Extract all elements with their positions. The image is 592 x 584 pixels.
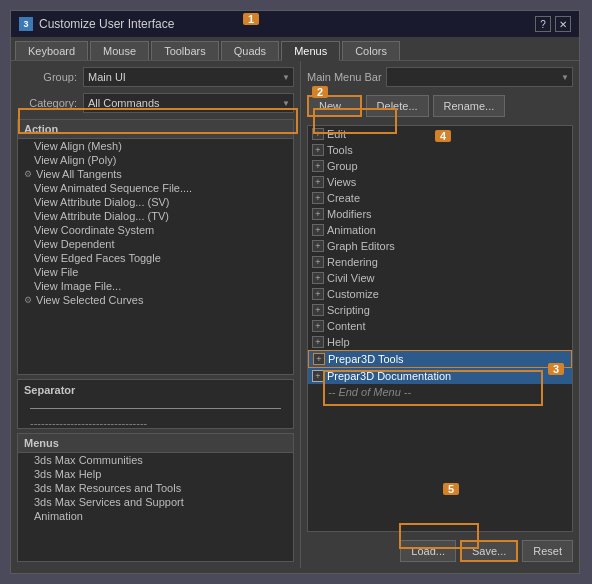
expand-icon[interactable]: + — [312, 240, 324, 252]
main-dialog: 3 Customize User Interface ? ✕ Keyboard … — [10, 10, 580, 574]
expand-icon[interactable]: + — [312, 128, 324, 140]
group-dropdown[interactable]: Main UI — [83, 67, 294, 87]
label-2: 2 — [312, 86, 328, 98]
tree-item-customize[interactable]: + Customize — [308, 286, 572, 302]
tab-colors[interactable]: Colors — [342, 41, 400, 60]
list-item[interactable]: 3ds Max Resources and Tools — [18, 481, 293, 495]
tree-item-graph-editors[interactable]: + Graph Editors — [308, 238, 572, 254]
tree-item-label: Content — [327, 320, 366, 332]
list-item[interactable]: 3ds Max Help — [18, 467, 293, 481]
expand-icon[interactable]: + — [312, 256, 324, 268]
action-header: Action — [18, 120, 293, 139]
tree-item-views[interactable]: + Views — [308, 174, 572, 190]
save-button[interactable]: Save... — [460, 540, 518, 562]
tree-item-prepar3d-tools[interactable]: + Prepar3D Tools — [308, 350, 572, 368]
load-button[interactable]: Load... — [400, 540, 456, 562]
left-panel: Group: Main UI Category: All Commands — [11, 61, 301, 568]
tree-item-content[interactable]: + Content — [308, 318, 572, 334]
tab-keyboard[interactable]: Keyboard — [15, 41, 88, 60]
tree-item-modifiers[interactable]: + Modifiers — [308, 206, 572, 222]
rename-button[interactable]: Rename... — [433, 95, 506, 117]
tree-item-label: Prepar3D Documentation — [327, 370, 451, 382]
list-item[interactable]: Animation — [18, 509, 293, 523]
separator-header: Separator — [24, 384, 287, 400]
expand-icon[interactable]: + — [312, 144, 324, 156]
item-icon: ⚙ — [24, 169, 32, 179]
menu-bar-dropdown-wrapper — [386, 67, 573, 87]
category-dropdown[interactable]: All Commands — [83, 93, 294, 113]
expand-icon[interactable]: + — [313, 353, 325, 365]
help-button[interactable]: ? — [535, 16, 551, 32]
list-item-label: View Selected Curves — [36, 294, 143, 306]
close-button[interactable]: ✕ — [555, 16, 571, 32]
list-item[interactable]: View Image File... — [18, 279, 293, 293]
list-item[interactable]: 3ds Max Services and Support — [18, 495, 293, 509]
list-item[interactable]: View Attribute Dialog... (SV) — [18, 195, 293, 209]
group-dropdown-wrapper: Main UI — [83, 67, 294, 87]
category-row: Category: All Commands — [17, 93, 294, 113]
item-icon: ⚙ — [24, 295, 32, 305]
expand-icon[interactable]: + — [312, 208, 324, 220]
menu-bar-label: Main Menu Bar — [307, 71, 382, 83]
list-item[interactable]: View Coordinate System — [18, 223, 293, 237]
expand-icon[interactable]: + — [312, 320, 324, 332]
tree-item-group[interactable]: + Group — [308, 158, 572, 174]
expand-icon[interactable]: + — [312, 224, 324, 236]
tree-item-label: Create — [327, 192, 360, 204]
tree-item-label: Help — [327, 336, 350, 348]
tab-mouse[interactable]: Mouse — [90, 41, 149, 60]
list-item[interactable]: View Animated Sequence File.... — [18, 181, 293, 195]
tree-item-label: Rendering — [327, 256, 378, 268]
list-item[interactable]: View Align (Mesh) — [18, 139, 293, 153]
tree-item-animation[interactable]: + Animation — [308, 222, 572, 238]
list-item[interactable]: View Dependent — [18, 237, 293, 251]
tree-item-help[interactable]: + Help — [308, 334, 572, 350]
expand-icon[interactable]: + — [312, 370, 324, 382]
expand-icon[interactable]: + — [312, 304, 324, 316]
label-5: 5 — [443, 483, 459, 495]
reset-button[interactable]: Reset — [522, 540, 573, 562]
expand-icon[interactable]: + — [312, 272, 324, 284]
delete-button[interactable]: Delete... — [366, 95, 429, 117]
tree-item-label: Prepar3D Tools — [328, 353, 404, 365]
tree-item-label: Group — [327, 160, 358, 172]
main-content: Group: Main UI Category: All Commands — [11, 61, 579, 568]
tree-item-label: Civil View — [327, 272, 374, 284]
tree-item-create[interactable]: + Create — [308, 190, 572, 206]
expand-icon[interactable]: + — [312, 192, 324, 204]
tree-item-label: Modifiers — [327, 208, 372, 220]
category-label: Category: — [17, 97, 77, 109]
tab-bar: Keyboard Mouse Toolbars Quads Menus Colo… — [11, 37, 579, 61]
menu-bar-dropdown[interactable] — [386, 67, 573, 87]
list-item[interactable]: ⚙ View Selected Curves — [18, 293, 293, 307]
separator-section: Separator ------------------------------… — [17, 379, 294, 429]
action-buttons-row: New... Delete... Rename... — [307, 95, 573, 117]
right-top-bar: Main Menu Bar — [307, 67, 573, 87]
bottom-buttons-row: Load... Save... Reset — [307, 540, 573, 562]
tree-item-rendering[interactable]: + Rendering — [308, 254, 572, 270]
expand-icon[interactable]: + — [312, 176, 324, 188]
tree-item-tools[interactable]: + Tools — [308, 142, 572, 158]
list-item[interactable]: View File — [18, 265, 293, 279]
expand-icon[interactable]: + — [312, 336, 324, 348]
list-item[interactable]: View Edged Faces Toggle — [18, 251, 293, 265]
tree-item-scripting[interactable]: + Scripting — [308, 302, 572, 318]
title-bar-controls: ? ✕ — [535, 16, 571, 32]
tree-item-civil-view[interactable]: + Civil View — [308, 270, 572, 286]
list-item[interactable]: 3ds Max Communities — [18, 453, 293, 467]
tree-item-prepar3d-docs[interactable]: + Prepar3D Documentation — [308, 368, 572, 384]
dialog-title: Customize User Interface — [39, 17, 174, 31]
list-item[interactable]: View Align (Poly) — [18, 153, 293, 167]
tab-quads[interactable]: Quads — [221, 41, 279, 60]
tab-toolbars[interactable]: Toolbars — [151, 41, 219, 60]
tree-item-label: Edit — [327, 128, 346, 140]
tab-menus[interactable]: Menus — [281, 41, 340, 61]
new-button[interactable]: New... — [307, 95, 362, 117]
expand-icon[interactable]: + — [312, 288, 324, 300]
menus-section: Menus 3ds Max Communities 3ds Max Help 3… — [17, 433, 294, 562]
menus-list: 3ds Max Communities 3ds Max Help 3ds Max… — [18, 453, 293, 561]
expand-icon[interactable]: + — [312, 160, 324, 172]
list-item[interactable]: View Attribute Dialog... (TV) — [18, 209, 293, 223]
label-3: 3 — [548, 363, 564, 375]
list-item[interactable]: ⚙ View All Tangents — [18, 167, 293, 181]
